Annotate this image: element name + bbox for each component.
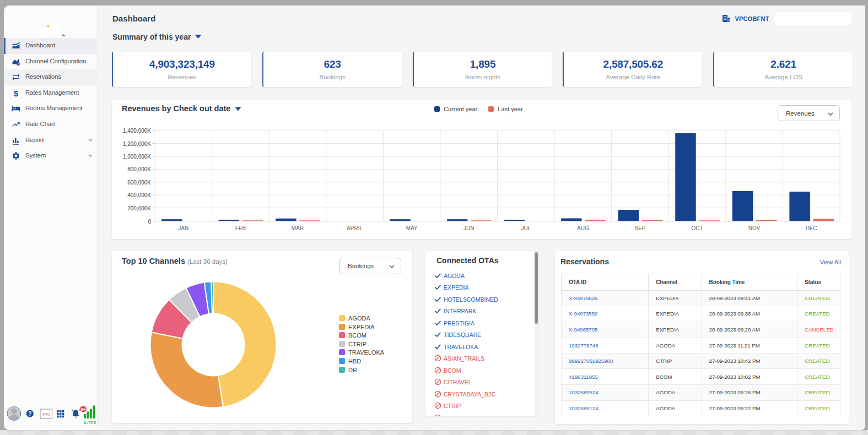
svg-text:200,000K: 200,000K — [127, 205, 151, 211]
svg-text:MAY: MAY — [406, 225, 418, 231]
svg-text:1,400,000K: 1,400,000K — [123, 128, 151, 134]
svg-text:AUG: AUG — [577, 225, 589, 231]
svg-text:$: $ — [14, 89, 19, 97]
svg-text:MAR: MAR — [292, 225, 304, 231]
svg-text:600,000K: 600,000K — [127, 180, 151, 186]
svg-text:400,000K: 400,000K — [127, 192, 151, 198]
svg-text:SEP: SEP — [634, 225, 645, 231]
svg-text:OCT: OCT — [691, 225, 703, 231]
svg-text:JUL: JUL — [521, 225, 531, 231]
svg-text:67ms: 67ms — [84, 420, 96, 425]
svg-text:JUN: JUN — [463, 225, 474, 231]
svg-text:1,200,000K: 1,200,000K — [123, 141, 151, 147]
svg-text:DEC: DEC — [806, 225, 817, 231]
svg-text:800,000K: 800,000K — [127, 166, 151, 172]
svg-text:FEB: FEB — [235, 225, 246, 231]
svg-text:NOV: NOV — [748, 225, 761, 231]
svg-text:0: 0 — [148, 219, 151, 225]
svg-text:9+: 9+ — [80, 407, 85, 412]
svg-text:EN: EN — [42, 411, 50, 417]
svg-text:?: ? — [28, 411, 31, 417]
svg-text:1,000,000K: 1,000,000K — [123, 154, 151, 160]
svg-text:JAN: JAN — [178, 225, 188, 231]
svg-text:APRIL: APRIL — [347, 225, 363, 231]
